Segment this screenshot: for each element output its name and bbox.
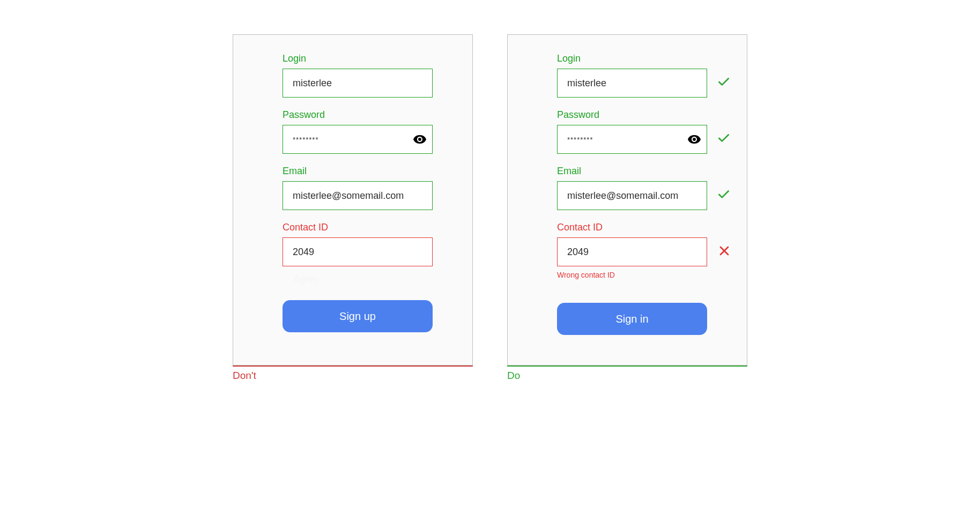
do-caption: Do [507, 366, 747, 382]
email-input[interactable] [557, 181, 707, 210]
contact-input[interactable] [283, 237, 433, 266]
dont-panel-wrapper: Login Password [233, 34, 473, 382]
contact-input[interactable] [557, 237, 707, 266]
spacer [557, 285, 725, 303]
dont-caption: Don't [233, 366, 473, 382]
check-icon [717, 75, 731, 91]
comparison-container: Login Password [0, 0, 980, 382]
email-label: Email [557, 166, 725, 177]
cross-icon [718, 244, 731, 259]
eye-icon[interactable] [413, 135, 426, 144]
email-field-group: Email [557, 166, 725, 210]
email-row [557, 181, 707, 210]
contact-label: Contact ID [557, 222, 725, 233]
contact-field-group: Contact ID Wrong contact ID [557, 222, 725, 279]
password-input[interactable] [283, 125, 433, 154]
email-label: Email [283, 166, 451, 177]
agree-label: Agree [293, 274, 451, 285]
password-field-group: Password [557, 109, 725, 154]
email-input-shell [283, 181, 433, 210]
password-label: Password [557, 109, 725, 121]
do-form: Login Password [508, 53, 747, 335]
login-input-shell [283, 69, 433, 98]
login-row [557, 69, 707, 98]
check-icon [717, 131, 731, 147]
password-input[interactable] [557, 125, 707, 154]
signin-button[interactable]: Sign in [557, 303, 707, 335]
password-input-shell [283, 125, 433, 154]
email-input[interactable] [283, 181, 433, 210]
dont-panel: Login Password [233, 34, 473, 366]
contact-field-group: Contact ID [283, 222, 451, 266]
contact-error-message: Wrong contact ID [557, 271, 725, 279]
password-label: Password [283, 109, 451, 121]
signup-button[interactable]: Sign up [283, 300, 433, 332]
login-field-group: Login [557, 53, 725, 98]
login-label: Login [557, 53, 725, 64]
dont-form: Login Password [233, 53, 472, 332]
do-panel: Login Password [507, 34, 747, 366]
login-label: Login [283, 53, 451, 64]
login-field-group: Login [283, 53, 451, 98]
password-row [557, 125, 707, 154]
contact-label: Contact ID [283, 222, 451, 233]
do-panel-wrapper: Login Password [507, 34, 747, 382]
check-icon [717, 188, 731, 204]
password-field-group: Password [283, 109, 451, 154]
contact-row [557, 237, 707, 266]
login-input[interactable] [283, 69, 433, 98]
email-field-group: Email [283, 166, 451, 210]
login-input[interactable] [557, 69, 707, 98]
contact-input-shell [283, 237, 433, 266]
eye-icon[interactable] [688, 135, 701, 144]
